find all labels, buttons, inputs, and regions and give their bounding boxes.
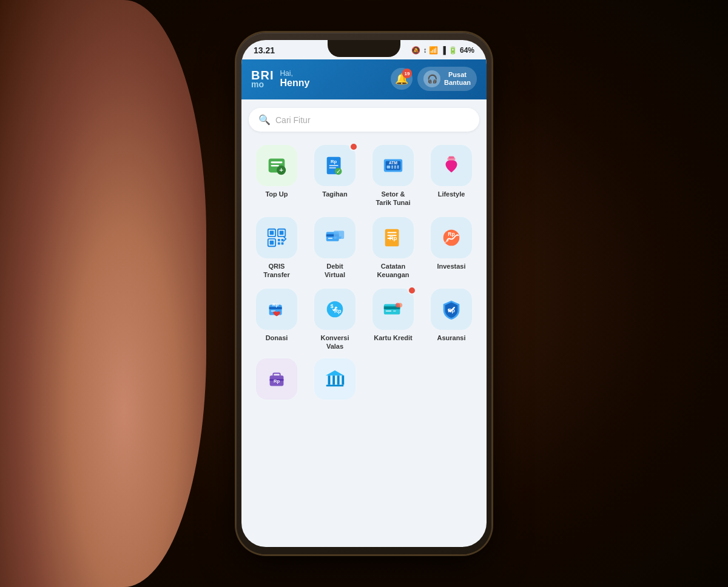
top-up-icon: + — [265, 154, 288, 177]
phone-screen: 13.21 🔕 ↕ 📶 ▐ 🔋 64% — [241, 40, 487, 547]
qris-label: QRISTransfer — [263, 262, 289, 280]
menu-item-konversi[interactable]: $ Rp KonversiValas — [307, 286, 363, 354]
battery-icon: 🔋 — [448, 46, 457, 55]
lifestyle-icon-wrap — [431, 145, 472, 186]
svg-text:Rp: Rp — [331, 159, 337, 164]
catatan-icon-wrap: Rp — [372, 217, 414, 258]
svg-rect-15 — [391, 166, 393, 167]
menu-item-catatan[interactable]: Rp CatatanKeuangan — [365, 215, 421, 282]
tagihan-icon-wrap: Rp ✓ — [314, 145, 356, 186]
svg-text:✓: ✓ — [336, 168, 341, 175]
debit-virtual-icon-wrap — [314, 217, 356, 258]
svg-rect-1 — [271, 161, 283, 163]
menu-item-qris[interactable]: QRISTransfer — [249, 215, 305, 282]
scene: 13.21 🔕 ↕ 📶 ▐ 🔋 64% — [0, 0, 728, 587]
svg-rect-38 — [388, 232, 397, 233]
qris-icon-wrap — [256, 217, 297, 258]
headset-icon: 🎧 — [423, 70, 440, 87]
svg-rect-8 — [329, 167, 336, 169]
setor-tarik-icon-wrap: ATM — [372, 145, 414, 186]
screen-content: 13.21 🔕 ↕ 📶 ▐ 🔋 64% — [241, 40, 487, 547]
phone-shell: 13.21 🔕 ↕ 📶 ▐ 🔋 64% — [237, 33, 491, 554]
svg-text:Rp: Rp — [389, 234, 397, 241]
notification-badge: 19 — [402, 69, 412, 78]
search-bar[interactable]: 🔍 Cari Fitur — [249, 108, 479, 132]
svg-text:+: + — [279, 166, 283, 173]
wifi-icon: 📶 — [429, 46, 438, 55]
setor-tarik-label: Setor &Tarik Tunai — [376, 190, 410, 207]
svg-rect-16 — [394, 166, 396, 167]
tagihan-icon: Rp ✓ — [323, 154, 346, 177]
menu-item-setor-tarik[interactable]: ATM — [365, 143, 421, 210]
bottom1-icon-wrap: Rp — [256, 358, 297, 400]
phone-notch — [328, 40, 400, 57]
svg-point-56 — [398, 303, 403, 308]
search-icon: 🔍 — [258, 114, 271, 126]
menu-item-debit-virtual[interactable]: DebitVirtual — [307, 215, 363, 282]
svg-rect-26 — [280, 230, 284, 235]
menu-item-donasi[interactable]: Rp Donasi — [249, 286, 305, 354]
header-greeting: Hai, Henny — [280, 69, 309, 89]
investasi-icon-wrap: Rp — [431, 217, 472, 258]
asuransi-icon-wrap: Rp — [431, 289, 472, 330]
svg-rect-63 — [328, 375, 331, 384]
mute-icon: 🔕 — [411, 46, 420, 55]
tagihan-label: Tagihan — [322, 190, 347, 198]
greeting-hai: Hai, — [280, 69, 309, 78]
search-placeholder: Cari Fitur — [275, 115, 311, 125]
svg-rect-17 — [397, 166, 399, 167]
konversi-icon: $ Rp — [323, 298, 346, 321]
greeting-name: Henny — [280, 78, 309, 89]
menu-item-bottom1[interactable]: Rp — [249, 356, 305, 402]
partial-menu-row: Rp — [249, 356, 479, 402]
menu-item-asuransi[interactable]: Rp Asuransi — [423, 286, 479, 354]
svg-rect-65 — [337, 375, 340, 384]
investasi-icon: Rp — [440, 226, 463, 249]
svg-rect-54 — [393, 310, 396, 312]
svg-rect-28 — [270, 240, 274, 244]
menu-item-bottom2[interactable] — [307, 356, 363, 402]
brimo-logo: BRI mo — [251, 69, 274, 89]
svg-rect-29 — [278, 238, 280, 241]
pusat-bantuan-button[interactable]: 🎧 Pusat Bantuan — [417, 67, 477, 91]
svg-rect-14 — [387, 166, 391, 169]
svg-rect-64 — [332, 375, 335, 384]
catatan-icon: Rp — [382, 226, 405, 249]
svg-rect-67 — [326, 384, 344, 386]
menu-grid: + Top Up — [249, 143, 479, 354]
briefcase-icon: Rp — [265, 367, 288, 391]
menu-item-lifestyle[interactable]: Lifestyle — [423, 143, 479, 210]
kartu-kredit-label: Kartu Kredit — [374, 334, 413, 342]
notification-button[interactable]: 🔔 19 — [391, 68, 413, 90]
tagihan-badge — [349, 143, 358, 151]
svg-marker-62 — [326, 371, 344, 376]
debit-virtual-label: DebitVirtual — [325, 262, 345, 280]
logo-mo: mo — [251, 80, 274, 89]
svg-rect-35 — [328, 238, 333, 239]
menu-item-top-up[interactable]: + Top Up — [249, 143, 305, 210]
app-content: 🔍 Cari Fitur — [241, 99, 487, 547]
svg-rect-7 — [329, 165, 339, 166]
investasi-label: Investasi — [437, 262, 465, 270]
pusat-bantuan-label: Pusat Bantuan — [444, 71, 471, 87]
bank-icon — [323, 367, 346, 391]
sync-icon: ↕ — [423, 46, 426, 55]
donasi-icon-wrap: Rp — [256, 289, 297, 330]
svg-rect-22 — [448, 156, 454, 159]
menu-item-tagihan[interactable]: Rp ✓ Tagihan — [307, 143, 363, 210]
svg-rect-2 — [271, 165, 279, 166]
menu-item-investasi[interactable]: Rp Investasi — [423, 215, 479, 282]
svg-text:$: $ — [331, 303, 334, 309]
battery-level: 64% — [460, 46, 474, 55]
menu-item-kartu-kredit[interactable]: Kartu Kredit — [365, 286, 421, 354]
hand-background — [0, 0, 206, 587]
app-header: BRI mo Hai, Henny 🔔 19 — [241, 59, 487, 99]
kartu-kredit-badge — [408, 286, 416, 295]
status-time: 13.21 — [254, 45, 275, 55]
bottom2-icon-wrap — [314, 358, 356, 400]
svg-rect-19 — [394, 167, 396, 169]
top-up-icon-wrap: + — [256, 145, 297, 186]
qris-icon — [265, 226, 288, 249]
konversi-icon-wrap: $ Rp — [314, 289, 356, 330]
header-left: BRI mo Hai, Henny — [251, 69, 309, 89]
